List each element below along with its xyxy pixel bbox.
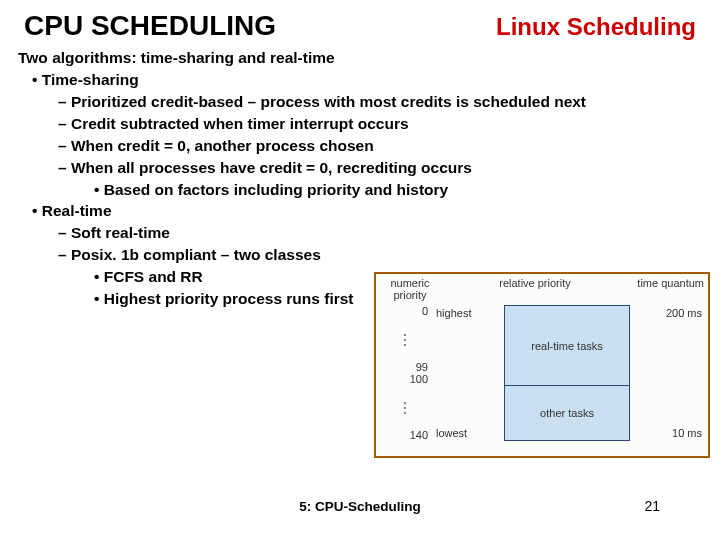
figure-header: numeric priority relative priority time … [376,274,708,303]
slide-header: CPU SCHEDULING Linux Scheduling [0,0,720,44]
time-col: 200 ms 10 ms [632,305,702,441]
text: Prioritized credit-based – process with … [71,93,586,110]
text: Credit subtracted when timer interrupt o… [71,115,409,132]
col-head-numeric: numeric priority [380,277,440,301]
text: When all processes have credit = 0, recr… [71,159,472,176]
col-head-relative: relative priority [440,277,624,301]
num-top: 0 [382,305,428,317]
num-mid1: 99 [382,361,428,373]
ts-item-2: Credit subtracted when timer interrupt o… [18,114,702,135]
slide-title-left: CPU SCHEDULING [24,10,276,42]
timesharing-head: Time-sharing [18,70,702,91]
figure-body: 0 ••• 99 100 ••• 140 highest lowest real… [376,303,708,443]
dots-icon: ••• [382,400,428,415]
ts-item-1: Prioritized credit-based – process with … [18,92,702,113]
rt-item-1: Soft real-time [18,223,702,244]
text: Real-time [42,202,112,219]
other-tasks-box: other tasks [504,385,630,441]
slide-footer: 5: CPU-Scheduling [0,499,720,514]
num-bottom: 140 [382,429,428,441]
text: Soft real-time [71,224,170,241]
ts-item-4a: Based on factors including priority and … [18,180,702,201]
numeric-col: 0 ••• 99 100 ••• 140 [382,305,436,441]
time-bottom: 10 ms [636,427,702,439]
rel-top: highest [436,307,502,319]
rel-bottom: lowest [436,427,502,439]
col-head-time: time quantum [624,277,704,301]
ts-item-4: When all processes have credit = 0, recr… [18,158,702,179]
priority-figure: numeric priority relative priority time … [374,272,710,458]
text: Highest priority process runs first [104,290,354,307]
dots-icon: ••• [382,332,428,347]
slide-content: Two algorithms: time-sharing and real-ti… [0,44,720,310]
realtime-tasks-box: real-time tasks [504,305,630,386]
num-mid2: 100 [382,373,428,385]
page-number: 21 [644,498,660,514]
slide-title-right: Linux Scheduling [496,13,696,41]
ts-item-3: When credit = 0, another process chosen [18,136,702,157]
realtime-head: Real-time [18,201,702,222]
text: When credit = 0, another process chosen [71,137,374,154]
tasks-col: real-time tasks other tasks [504,305,630,441]
relative-col: highest lowest [436,305,502,441]
text: Time-sharing [42,71,139,88]
text: FCFS and RR [104,268,203,285]
footer-text: 5: CPU-Scheduling [299,499,421,514]
text: Based on factors including priority and … [104,181,449,198]
time-top: 200 ms [636,307,702,319]
text: Posix. 1b compliant – two classes [71,246,321,263]
intro-line: Two algorithms: time-sharing and real-ti… [18,48,702,69]
rt-item-2: Posix. 1b compliant – two classes [18,245,702,266]
